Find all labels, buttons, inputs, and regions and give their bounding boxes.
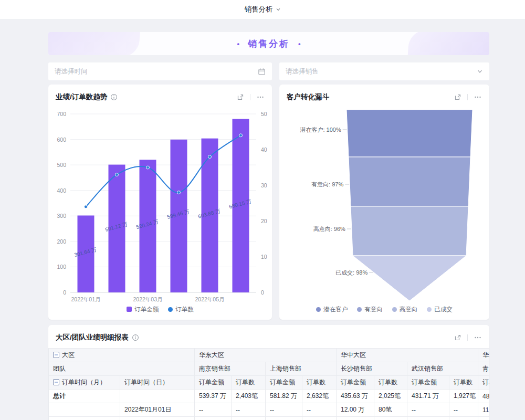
report-table-card: 大区/团队业绩明细报表 大区华东大区华中大区华北大区团队南京销售部上海销售部长沙…	[48, 325, 489, 420]
sales-filter-select[interactable]: 请选择销售	[279, 62, 489, 80]
header-cell: 订单数	[374, 376, 407, 390]
line-point	[146, 166, 150, 169]
header-cell-label: 订单金额	[341, 379, 366, 386]
banner-decoration-right	[406, 32, 489, 55]
left-axis-tick: 400	[57, 187, 66, 194]
legend-marker	[127, 307, 132, 312]
line-point	[239, 134, 243, 137]
collapse-icon	[53, 352, 59, 358]
right-axis-tick: 50	[261, 111, 267, 117]
funnel-stage	[346, 110, 472, 157]
header-cell-label: 订单金额	[199, 379, 224, 386]
legend-label: 高意向	[400, 306, 418, 313]
header-cell-label: 武汉销售部	[412, 365, 443, 372]
header-cell-label: 订单金额	[270, 379, 295, 386]
trend-chart[interactable]: 010020030040050060070001020304050301.64 …	[48, 106, 272, 303]
table-cell: --	[407, 403, 449, 417]
table-cell: 2,632笔	[302, 390, 337, 403]
chevron-down-icon	[477, 68, 483, 75]
x-axis-tick: 2022年05月	[195, 296, 224, 302]
header-cell: 华中大区	[337, 349, 478, 362]
table-cell: --	[449, 403, 478, 417]
header-cell: 订单数	[232, 376, 266, 390]
banner-title-text: 销售分析	[248, 38, 290, 50]
right-axis-tick: 20	[261, 218, 267, 224]
header-cell-label: 订单金额	[412, 379, 437, 386]
right-axis-tick: 10	[261, 254, 267, 260]
header-cell: 订单数	[302, 376, 337, 390]
page-title-dropdown[interactable]: 销售分析	[245, 5, 281, 14]
calendar-icon	[258, 68, 266, 76]
export-icon[interactable]	[237, 93, 244, 101]
legend-item[interactable]: 有意向	[357, 306, 383, 313]
header-cell: 订单金额	[478, 376, 490, 390]
table-row: 总计539.37 万2,403笔581.82 万2,632笔435.63 万2,…	[49, 390, 490, 403]
table-cell: --	[232, 403, 266, 417]
header-cell: 订单金额	[266, 376, 302, 390]
legend-item[interactable]: 已成交	[427, 306, 453, 313]
table-cell: 539.37 万	[195, 390, 232, 403]
funnel-stage-label: 潜在客户: 100%	[300, 127, 341, 133]
table-cell: 23.05 万	[337, 417, 374, 420]
table-header-row: 订单时间（月）订单时间（日）订单金额订单数订单金额订单数订单金额订单数订单金额订…	[49, 376, 490, 390]
header-cell: 订单金额	[407, 376, 449, 390]
export-icon[interactable]	[454, 334, 461, 341]
right-axis-tick: 40	[261, 146, 267, 153]
line-point	[177, 191, 181, 194]
table-cell	[49, 417, 120, 420]
header-cell: 长沙销售部	[337, 362, 407, 376]
legend-marker	[427, 307, 432, 312]
more-icon[interactable]	[474, 334, 482, 341]
info-icon[interactable]	[110, 93, 118, 101]
header-cell-label: 长沙销售部	[341, 365, 372, 372]
right-axis-tick: 30	[261, 182, 267, 188]
funnel-card-header: 客户转化漏斗	[279, 85, 489, 106]
left-axis-tick: 700	[57, 111, 66, 117]
header-divider	[467, 334, 468, 341]
banner-title: • 销售分析 •	[237, 38, 300, 50]
header-cell-label: 订单金额	[482, 379, 489, 386]
legend-item[interactable]: 订单数	[168, 306, 194, 313]
info-icon[interactable]	[132, 334, 139, 341]
dashboard-banner: • 销售分析 •	[48, 32, 489, 55]
export-icon[interactable]	[454, 93, 461, 101]
table-cell: --	[266, 417, 302, 420]
funnel-chart[interactable]: 潜在客户: 100%有意向: 97%高意向: 96%已成交: 98%	[279, 106, 489, 303]
left-axis-tick: 100	[57, 264, 66, 270]
legend-marker	[168, 307, 173, 312]
legend-item[interactable]: 高意向	[392, 306, 418, 313]
more-icon[interactable]	[256, 93, 265, 101]
legend-marker	[316, 307, 321, 312]
header-cell-label: 订单数	[236, 379, 255, 386]
left-axis-tick: 600	[57, 136, 66, 143]
table-cell: 486.0	[478, 390, 490, 403]
header-cell[interactable]: 大区	[49, 349, 195, 362]
funnel-card-title: 客户转化漏斗	[287, 92, 329, 102]
header-cell-label: 华北大区	[482, 351, 489, 359]
table-cell: 581.82 万	[266, 390, 302, 403]
table-cell: --	[449, 417, 478, 420]
legend-label: 已成交	[434, 306, 453, 313]
pivot-table-scroll-area[interactable]: 大区华东大区华中大区华北大区团队南京销售部上海销售部长沙销售部武汉销售部青岛销售…	[48, 348, 489, 420]
pivot-table: 大区华东大区华中大区华北大区团队南京销售部上海销售部长沙销售部武汉销售部青岛销售…	[48, 348, 489, 420]
funnel-stage	[351, 206, 468, 256]
legend-item[interactable]: 订单金额	[127, 306, 159, 313]
time-filter-input[interactable]: 请选择时间	[48, 62, 272, 80]
header-cell[interactable]: 订单时间（月）	[49, 376, 120, 390]
table-cell	[120, 390, 195, 403]
table-cell: --	[266, 403, 302, 417]
table-cell: 431.71 万	[407, 390, 449, 403]
funnel-chart-svg: 潜在客户: 100%有意向: 97%高意向: 96%已成交: 98%	[279, 106, 489, 303]
line-point	[85, 205, 88, 208]
trend-card-title: 业绩/订单数趋势	[56, 92, 107, 102]
header-cell: 订单金额	[195, 376, 232, 390]
legend-item[interactable]: 潜在客户	[316, 306, 348, 313]
header-cell: 武汉销售部	[407, 362, 478, 376]
topbar: 销售分析	[0, 0, 525, 19]
more-icon[interactable]	[474, 93, 482, 101]
table-card-title: 大区/团队业绩明细报表	[56, 333, 129, 342]
table-cell	[478, 417, 490, 420]
header-cell-label: 订单时间（日）	[124, 379, 169, 386]
legend-label: 潜在客户	[323, 306, 348, 313]
header-cell: 南京销售部	[195, 362, 266, 376]
